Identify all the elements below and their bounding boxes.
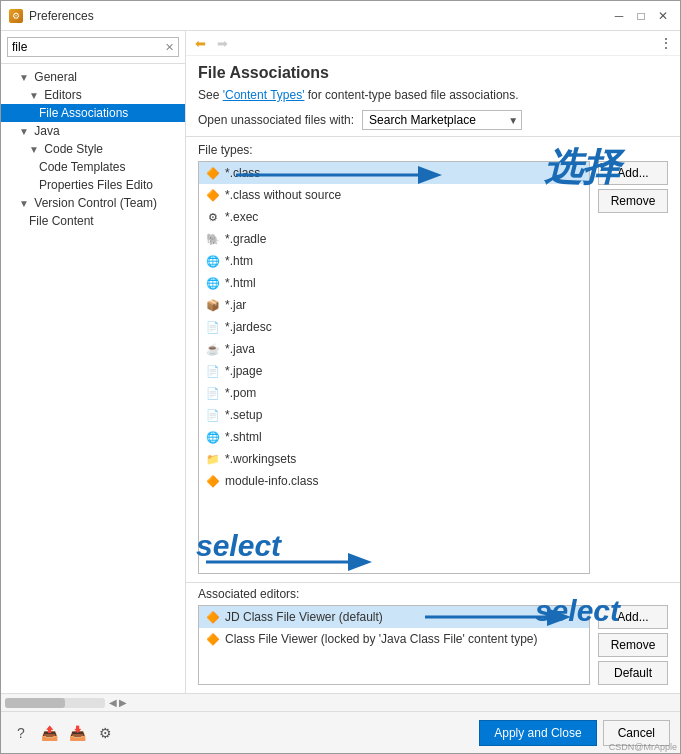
cancel-button[interactable]: Cancel	[603, 720, 670, 746]
search-clear-icon[interactable]: ✕	[165, 41, 174, 54]
file-type-icon: 🔶	[205, 165, 221, 181]
file-type-icon: 📄	[205, 407, 221, 423]
export-icon[interactable]: 📤	[39, 723, 59, 743]
sidebar-item-general[interactable]: ▼ General	[1, 68, 185, 86]
sidebar-item-properties-files[interactable]: Properties Files Edito	[1, 176, 185, 194]
title-bar: ⚙ Preferences ─ □ ✕	[1, 1, 680, 31]
panel-toolbar: ⬅ ➡ ⋮	[186, 31, 680, 56]
list-item[interactable]: 📦 *.jar	[199, 294, 589, 316]
default-editor-button[interactable]: Default	[598, 661, 668, 685]
divider	[186, 582, 680, 583]
file-types-label: File types:	[186, 137, 680, 161]
sidebar-item-file-content[interactable]: File Content	[1, 212, 185, 230]
list-item[interactable]: 📄 *.setup	[199, 404, 589, 426]
help-icon[interactable]: ?	[11, 723, 31, 743]
content-area: ✕ ▼ General ▼ Editors File Associations …	[1, 31, 680, 693]
marketplace-select-wrapper: Search Marketplace ▼	[362, 110, 522, 130]
editor-icon: 🔶	[205, 609, 221, 625]
file-type-icon: ⚙	[205, 209, 221, 225]
file-type-icon: 🔶	[205, 473, 221, 489]
assoc-body: 🔶 JD Class File Viewer (default) 🔶 Class…	[198, 605, 668, 685]
list-item[interactable]: 🌐 *.shtml	[199, 426, 589, 448]
file-type-icon: 📁	[205, 451, 221, 467]
horizontal-scrollbar[interactable]: ◀ ▶	[1, 693, 680, 711]
expand-icon: ▼	[19, 198, 31, 209]
list-item[interactable]: ☕ *.java	[199, 338, 589, 360]
more-options-button[interactable]: ⋮	[656, 33, 676, 53]
list-item[interactable]: 🔶 module-info.class	[199, 470, 589, 492]
tree-nav: ▼ General ▼ Editors File Associations ▼ …	[1, 64, 185, 693]
assoc-item[interactable]: 🔶 Class File Viewer (locked by 'Java Cla…	[199, 628, 589, 650]
list-item[interactable]: 🔶 *.class without source	[199, 184, 589, 206]
editor-icon: 🔶	[205, 631, 221, 647]
file-types-section: 🔶 *.class 🔶 *.class without source ⚙ *.e…	[186, 161, 680, 574]
list-item[interactable]: 🌐 *.htm	[199, 250, 589, 272]
file-type-icon: 📄	[205, 385, 221, 401]
import-icon[interactable]: 📥	[67, 723, 87, 743]
remove-file-type-button[interactable]: Remove	[598, 189, 668, 213]
assoc-item[interactable]: 🔶 JD Class File Viewer (default)	[199, 606, 589, 628]
associated-editors-label: Associated editors:	[198, 587, 668, 601]
file-type-icon: 🌐	[205, 429, 221, 445]
settings-icon[interactable]: ⚙	[95, 723, 115, 743]
bottom-bar: ? 📤 📥 ⚙ Apply and Close Cancel	[1, 711, 680, 753]
panel-body: 选择 File types:	[186, 137, 680, 693]
file-types-list[interactable]: 🔶 *.class 🔶 *.class without source ⚙ *.e…	[198, 161, 590, 574]
content-types-link[interactable]: 'Content Types'	[223, 88, 305, 102]
content-types-line: See 'Content Types' for content-type bas…	[198, 88, 668, 102]
apply-close-button[interactable]: Apply and Close	[479, 720, 596, 746]
bottom-icons: ? 📤 📥 ⚙	[11, 723, 115, 743]
file-type-icon: 🔶	[205, 187, 221, 203]
panel-title: File Associations	[198, 64, 668, 82]
search-input[interactable]	[12, 40, 165, 54]
file-type-icon: 🌐	[205, 275, 221, 291]
sidebar-item-code-style[interactable]: ▼ Code Style	[1, 140, 185, 158]
maximize-button[interactable]: □	[632, 7, 650, 25]
assoc-buttons: Add... Remove Default	[598, 605, 668, 685]
back-button[interactable]: ⬅	[190, 33, 210, 53]
marketplace-select[interactable]: Search Marketplace	[362, 110, 522, 130]
sidebar-item-file-associations[interactable]: File Associations	[1, 104, 185, 122]
file-type-icon: 📄	[205, 363, 221, 379]
forward-button[interactable]: ➡	[212, 33, 232, 53]
sidebar-item-java[interactable]: ▼ Java	[1, 122, 185, 140]
sidebar-item-editors[interactable]: ▼ Editors	[1, 86, 185, 104]
list-item[interactable]: 🌐 *.html	[199, 272, 589, 294]
file-type-icon: 📦	[205, 297, 221, 313]
expand-icon: ▼	[19, 72, 31, 83]
add-editor-button[interactable]: Add...	[598, 605, 668, 629]
sidebar-item-code-templates[interactable]: Code Templates	[1, 158, 185, 176]
list-item[interactable]: 📁 *.workingsets	[199, 448, 589, 470]
minimize-button[interactable]: ─	[610, 7, 628, 25]
app-icon: ⚙	[9, 9, 23, 23]
file-type-icon: 🌐	[205, 253, 221, 269]
list-item[interactable]: 🐘 *.gradle	[199, 228, 589, 250]
search-box: ✕	[1, 31, 185, 64]
add-file-type-button[interactable]: Add...	[598, 161, 668, 185]
sidebar-item-version-control[interactable]: ▼ Version Control (Team)	[1, 194, 185, 212]
list-item[interactable]: ⚙ *.exec	[199, 206, 589, 228]
main-panel: ⬅ ➡ ⋮ File Associations See 'Content Typ…	[186, 31, 680, 693]
panel-header: File Associations See 'Content Types' fo…	[186, 56, 680, 137]
preferences-window: ⚙ Preferences ─ □ ✕ ✕ ▼ General	[0, 0, 681, 754]
expand-icon: ▼	[29, 90, 41, 101]
open-unassoc-line: Open unassociated files with: Search Mar…	[198, 110, 668, 130]
associated-editors-section: Associated editors: 🔶 JD Class File View…	[186, 587, 680, 693]
file-type-icon: 🐘	[205, 231, 221, 247]
list-item[interactable]: 📄 *.jardesc	[199, 316, 589, 338]
list-item[interactable]: 🔶 *.class	[199, 162, 589, 184]
file-type-icon: 📄	[205, 319, 221, 335]
window-title: Preferences	[29, 9, 94, 23]
file-types-buttons: Add... Remove	[598, 161, 668, 574]
list-item[interactable]: 📄 *.pom	[199, 382, 589, 404]
associated-editors-list[interactable]: 🔶 JD Class File Viewer (default) 🔶 Class…	[198, 605, 590, 685]
expand-icon: ▼	[19, 126, 31, 137]
list-item[interactable]: 📄 *.jpage	[199, 360, 589, 382]
expand-icon: ▼	[29, 144, 41, 155]
remove-editor-button[interactable]: Remove	[598, 633, 668, 657]
bottom-actions: Apply and Close Cancel	[479, 720, 670, 746]
sidebar: ✕ ▼ General ▼ Editors File Associations …	[1, 31, 186, 693]
close-button[interactable]: ✕	[654, 7, 672, 25]
file-type-icon: ☕	[205, 341, 221, 357]
toolbar-nav: ⬅ ➡	[190, 33, 232, 53]
